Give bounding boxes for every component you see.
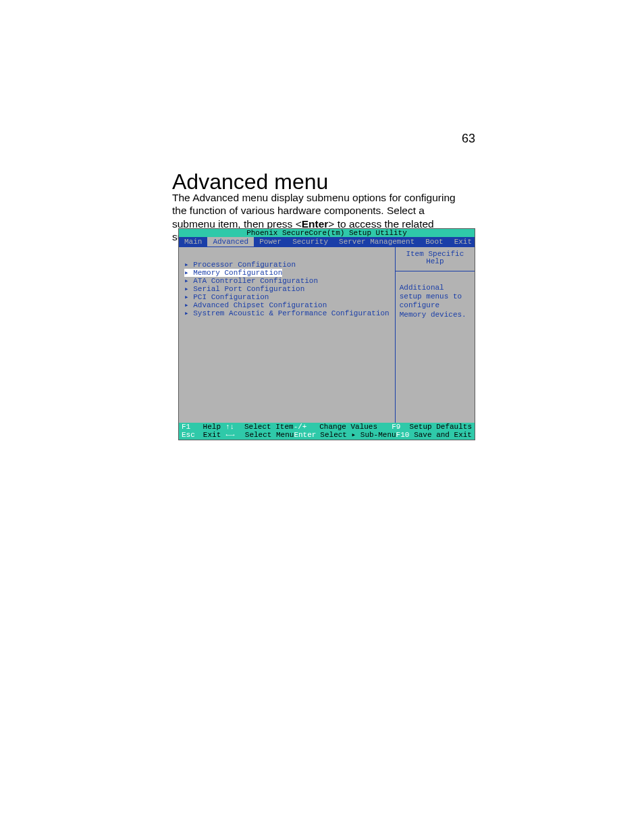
action-change-values: Change Values [319, 423, 392, 431]
menu-item-label: Advanced Chipset Configuration [193, 301, 327, 309]
bios-body: ▸ Processor Configuration ▸ Memory Confi… [179, 246, 475, 423]
tab-advanced[interactable]: Advanced [207, 237, 254, 246]
tab-security[interactable]: Security [287, 237, 333, 246]
footer-row-2: Esc Exit ←→ Select Menu Enter Select ▸ S… [182, 431, 472, 439]
key-f9: F9 [392, 423, 400, 431]
menu-item-chipset[interactable]: ▸ Advanced Chipset Configuration [184, 301, 390, 309]
key-f1: F1 [182, 423, 190, 431]
menu-item-label: PCI Configuration [193, 293, 269, 301]
help-pane-body: Additional setup menus to configure Memo… [396, 271, 475, 323]
submenu-arrow-icon: ▸ [184, 269, 193, 277]
footer-row-1: F1 Help ↑↓ Select Item -/+ Change Values… [182, 423, 472, 431]
submenu-arrow-icon: ▸ [184, 293, 193, 301]
menu-item-label: ATA Controller Configuration [193, 277, 318, 285]
bios-title-bar: Phoenix SecureCore(tm) Setup Utility [179, 229, 475, 237]
tab-boot[interactable]: Boot [420, 237, 448, 246]
key-enter: Enter [294, 431, 316, 439]
page-number: 63 [462, 132, 475, 146]
key-f10: F10 [396, 431, 410, 439]
submenu-arrow-icon: ▸ [184, 301, 193, 309]
help-pane-title: Item Specific Help [396, 247, 475, 271]
menu-item-label: Serial Port Configuration [193, 285, 304, 293]
menu-item-processor[interactable]: ▸ Processor Configuration [184, 261, 390, 269]
bios-screenshot: Phoenix SecureCore(tm) Setup Utility Mai… [178, 228, 475, 440]
menu-item-label: Processor Configuration [193, 261, 296, 269]
menu-item-memory[interactable]: ▸ Memory Configuration [184, 269, 390, 277]
bios-footer: F1 Help ↑↓ Select Item -/+ Change Values… [179, 423, 475, 440]
submenu-arrow-icon: ▸ [184, 309, 193, 317]
tab-power[interactable]: Power [254, 237, 287, 246]
action-select-item: Select Item [244, 423, 294, 431]
menu-item-ata[interactable]: ▸ ATA Controller Configuration [184, 277, 390, 285]
menu-item-label: Systrem Acoustic & Performance Configura… [193, 309, 389, 317]
submenu-arrow-icon: ▸ [184, 277, 193, 285]
action-help: Help [203, 423, 225, 431]
action-select-menu: Select Menu [245, 431, 294, 439]
action-setup-defaults: Setup Defaults [410, 423, 472, 431]
menu-item-acoustic[interactable]: ▸ Systrem Acoustic & Performance Configu… [184, 309, 390, 317]
key-updown: ↑↓ [225, 423, 234, 431]
submenu-arrow-icon: ▸ [184, 261, 193, 269]
key-plusminus: -/+ [294, 423, 307, 431]
key-esc: Esc [182, 431, 195, 439]
tab-main[interactable]: Main [179, 237, 207, 246]
submenu-arrow-icon: ▸ [184, 285, 193, 293]
action-exit: Exit [203, 431, 226, 439]
bios-menu-pane: ▸ Processor Configuration ▸ Memory Confi… [179, 247, 396, 423]
key-leftright: ←→ [225, 431, 234, 439]
action-select-submenu: Select ▸ Sub-Menu [320, 431, 396, 439]
action-save-exit: Save and Exit [414, 431, 472, 439]
bios-help-pane: Item Specific Help Additional setup menu… [396, 247, 475, 423]
tab-server-management[interactable]: Server Management [333, 237, 420, 246]
bios-tab-bar: Main Advanced Power Security Server Mana… [179, 237, 475, 246]
menu-item-pci[interactable]: ▸ PCI Configuration [184, 293, 390, 301]
menu-item-label: Memory Configuration [193, 269, 282, 277]
menu-item-serial[interactable]: ▸ Serial Port Configuration [184, 285, 390, 293]
tab-exit[interactable]: Exit [449, 237, 477, 246]
